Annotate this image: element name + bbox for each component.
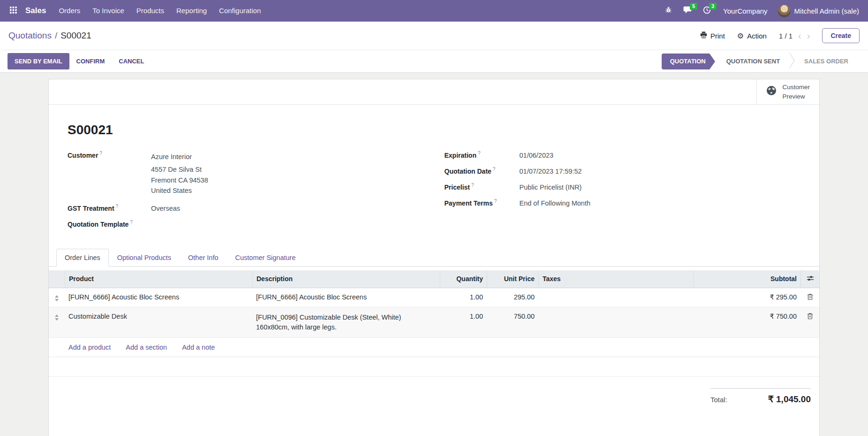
breadcrumb-separator: /	[55, 31, 57, 41]
sliders-icon	[807, 275, 814, 283]
create-button[interactable]: Create	[822, 28, 860, 43]
drag-handle-icon[interactable]	[53, 293, 61, 301]
menu-reporting[interactable]: Reporting	[170, 0, 213, 22]
menu-products[interactable]: Products	[130, 0, 170, 22]
help-icon: ?	[493, 167, 496, 172]
drag-handle-icon[interactable]	[53, 313, 61, 321]
tab-other-info[interactable]: Other Info	[180, 249, 226, 267]
customer-value[interactable]: Azure Interior 4557 De Silva St Fremont …	[151, 152, 208, 196]
gst-treatment-value[interactable]: Overseas	[151, 205, 180, 212]
cell-taxes[interactable]	[538, 307, 693, 337]
activities-button[interactable]: 3	[697, 0, 717, 22]
menu-orders[interactable]: Orders	[53, 0, 86, 22]
help-icon: ?	[494, 199, 497, 204]
total-label: Total:	[710, 396, 727, 404]
quotation-date-value[interactable]: 01/07/2023 17:59:52	[520, 168, 582, 175]
user-menu[interactable]: Mitchell Admin (sale)	[774, 5, 861, 17]
step-sales-order[interactable]: SALES ORDER	[795, 58, 858, 65]
tab-customer-signature[interactable]: Customer Signature	[227, 249, 304, 267]
print-button[interactable]: Print	[700, 31, 725, 40]
totals-section: Total: ₹ 1,045.00	[49, 388, 819, 405]
delete-row-button[interactable]	[800, 288, 819, 307]
column-header-unit-price[interactable]: Unit Price	[487, 270, 538, 288]
field-group-right: Expiration? 01/06/2023 Quotation Date? 0…	[434, 152, 801, 237]
menu-configuration[interactable]: Configuration	[213, 0, 267, 22]
menu-to-invoice[interactable]: To Invoice	[86, 0, 130, 22]
tab-order-lines[interactable]: Order Lines	[56, 249, 109, 267]
pager-next-button[interactable]: ›	[807, 31, 810, 40]
content-area: Customer Preview S00021 Customer? Azure …	[0, 73, 868, 436]
breadcrumb: Quotations / S00021	[8, 31, 91, 41]
add-a-note-link[interactable]: Add a note	[182, 344, 215, 351]
status-steps: QUOTATION QUOTATION SENT SALES ORDER	[662, 54, 858, 69]
quotation-template-label: Quotation Template?	[68, 221, 151, 228]
button-box: Customer Preview	[49, 79, 819, 105]
cell-description[interactable]: [FURN_0096] Customizable Desk (Steel, Wh…	[252, 307, 440, 337]
table-header: Product Description Quantity Unit Price …	[49, 270, 819, 288]
payment-terms-value[interactable]: End of Following Month	[520, 199, 591, 207]
messages-count-badge: 5	[690, 3, 697, 10]
expiration-label: Expiration?	[445, 152, 520, 159]
help-icon: ?	[478, 151, 481, 156]
apps-grid-icon	[10, 7, 17, 15]
customer-street: 4557 De Silva St	[151, 164, 208, 175]
expiration-value[interactable]: 01/06/2023	[520, 152, 554, 159]
column-header-taxes[interactable]: Taxes	[538, 270, 693, 288]
help-icon: ?	[471, 183, 474, 188]
field-payment-terms: Payment Terms? End of Following Month	[445, 199, 801, 207]
top-navbar: Sales Orders To Invoice Products Reporti…	[0, 0, 868, 22]
step-quotation-sent[interactable]: QUOTATION SENT	[717, 58, 789, 65]
cell-unit-price[interactable]: 750.00	[487, 307, 538, 337]
cell-quantity[interactable]: 1.00	[440, 307, 487, 337]
cancel-button[interactable]: CANCEL	[112, 53, 151, 69]
optional-columns-button[interactable]	[800, 270, 819, 288]
control-panel: Quotations / S00021 Print ⚙ Action 1 / 1…	[0, 22, 868, 50]
form-sheet: Customer Preview S00021 Customer? Azure …	[48, 79, 820, 436]
messages-button[interactable]: 5	[678, 0, 697, 22]
activities-count-badge: 3	[709, 3, 717, 10]
table-row[interactable]: Customizable Desk [FURN_0096] Customizab…	[49, 307, 819, 337]
cell-quantity[interactable]: 1.00	[440, 288, 487, 307]
bug-icon	[665, 6, 672, 15]
pricelist-value[interactable]: Public Pricelist (INR)	[520, 184, 582, 191]
trash-icon	[807, 293, 813, 302]
add-a-product-link[interactable]: Add a product	[68, 344, 111, 351]
apps-menu-button[interactable]	[5, 0, 22, 22]
confirm-button[interactable]: CONFIRM	[69, 53, 112, 69]
step-quotation[interactable]: QUOTATION	[662, 54, 709, 69]
company-switcher[interactable]: YourCompany	[717, 7, 774, 15]
cell-taxes[interactable]	[538, 288, 693, 307]
breadcrumb-quotations-link[interactable]: Quotations	[8, 31, 52, 41]
navbar-systray: 5 3 YourCompany Mitchell Admin (sale)	[659, 0, 861, 22]
table-row[interactable]: [FURN_6666] Acoustic Bloc Screens [FURN_…	[49, 288, 819, 307]
notebook-tabs: Order Lines Optional Products Other Info…	[49, 249, 819, 267]
send-by-email-button[interactable]: SEND BY EMAIL	[8, 53, 69, 69]
column-header-product[interactable]: Product	[65, 270, 252, 288]
printer-icon	[700, 31, 707, 40]
help-icon: ?	[99, 151, 102, 156]
action-button[interactable]: ⚙ Action	[737, 31, 767, 40]
field-quotation-template: Quotation Template?	[68, 221, 434, 228]
cell-description[interactable]: [FURN_6666] Acoustic Bloc Screens	[252, 288, 440, 307]
column-header-quantity[interactable]: Quantity	[440, 270, 487, 288]
cell-product[interactable]: Customizable Desk	[65, 307, 252, 337]
customer-preview-label: Customer Preview	[782, 83, 810, 101]
cell-product[interactable]: [FURN_6666] Acoustic Bloc Screens	[65, 288, 252, 307]
quotation-date-label: Quotation Date?	[445, 168, 520, 175]
app-title[interactable]: Sales	[22, 6, 53, 15]
tab-optional-products[interactable]: Optional Products	[109, 249, 180, 267]
customer-preview-button[interactable]: Customer Preview	[756, 79, 819, 104]
delete-row-button[interactable]	[800, 307, 819, 337]
trash-icon	[807, 313, 813, 321]
pager-previous-button[interactable]: ‹	[798, 31, 801, 40]
customer-name[interactable]: Azure Interior	[151, 152, 208, 162]
field-customer: Customer? Azure Interior 4557 De Silva S…	[68, 152, 434, 196]
column-header-description[interactable]: Description	[252, 270, 440, 288]
total-amount: ₹ 1,045.00	[768, 394, 811, 405]
statusbar: SEND BY EMAIL CONFIRM CANCEL QUOTATION Q…	[0, 50, 868, 73]
cell-unit-price[interactable]: 295.00	[487, 288, 538, 307]
add-a-section-link[interactable]: Add a section	[126, 344, 167, 351]
debug-button[interactable]	[659, 0, 678, 22]
column-header-subtotal[interactable]: Subtotal	[693, 270, 800, 288]
gst-treatment-label: GST Treatment?	[68, 205, 151, 212]
